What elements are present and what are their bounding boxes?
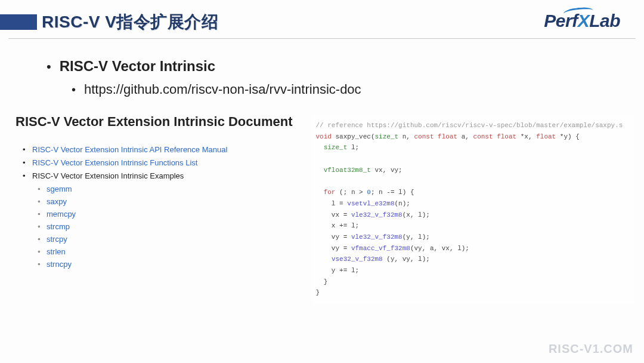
document-list: RISC-V Vector Extension Intrinsic API Re… (16, 145, 300, 269)
document-outline: RISC-V Vector Extension Intrinsic Docume… (16, 114, 300, 304)
code-text: vx, vy; (371, 167, 402, 174)
code-fn: vse32_v_f32m8 (332, 256, 383, 263)
example-link[interactable]: strncpy (47, 260, 72, 269)
doc-text: RISC-V Vector Extension Intrinsic Exampl… (32, 171, 184, 180)
watermark: RISC-V1.COM (549, 342, 633, 356)
code-kw: for (324, 189, 336, 196)
code-kw: float (536, 133, 556, 140)
bullet-dot-icon: • (47, 59, 51, 75)
title-zone: RISC-V V指令扩展介绍 (0, 11, 218, 33)
code-num: 0 (367, 189, 371, 196)
code-text: (; n > (335, 189, 367, 196)
columns-container: RISC-V Vector Extension Intrinsic Docume… (0, 114, 644, 304)
example-link[interactable]: sgemm (47, 184, 72, 193)
code-text: a, (457, 133, 473, 140)
list-item: strcmp (47, 222, 300, 231)
code-text: vy = (315, 245, 351, 252)
example-link[interactable]: strcpy (47, 235, 67, 244)
code-text: n, (398, 133, 414, 140)
code-text: *y) { (556, 133, 580, 140)
list-item: strncpy (47, 260, 300, 269)
bullet-level-2: • https://github.com/riscv-non-isa/rvv-i… (72, 82, 608, 97)
code-text: (vy, a, vx, l); (410, 245, 469, 252)
bullet-main-text: RISC-V Vector Intrinsic (60, 58, 215, 75)
code-fn: vsetvl_e32m8 (347, 200, 394, 207)
code-text: (y, vy, l); (383, 256, 430, 263)
code-comment: // reference https://github.com/riscv/ri… (315, 122, 623, 129)
code-fn: vfmacc_vf_f32m8 (351, 245, 410, 252)
bullet-dot-icon: • (72, 83, 76, 97)
slide-header: RISC-V V指令扩展介绍 PerfXLab (0, 0, 644, 38)
code-kw: const float (414, 133, 458, 140)
code-text: saxpy_vec( (332, 133, 375, 140)
example-link[interactable]: strcmp (47, 222, 70, 231)
logo-part-b: Lab (589, 11, 620, 30)
list-item: saxpy (47, 197, 300, 206)
code-text: (n); (395, 200, 410, 207)
code-text: vy = (315, 233, 351, 241)
code-text: (x, l); (402, 211, 430, 219)
title-accent-bar (0, 14, 37, 30)
doc-link[interactable]: RISC-V Vector Extension Intrinsic Functi… (32, 158, 197, 167)
code-text: } (315, 289, 320, 296)
code-text: l = (315, 200, 347, 207)
list-item: RISC-V Vector Extension Intrinsic Exampl… (32, 171, 300, 269)
code-type: size_t (375, 133, 399, 140)
list-item: sgemm (47, 184, 300, 193)
doc-link[interactable]: RISC-V Vector Extension Intrinsic API Re… (32, 145, 227, 154)
example-link[interactable]: saxpy (47, 197, 67, 206)
code-block: // reference https://github.com/riscv/ri… (315, 120, 631, 299)
list-item: memcpy (47, 210, 300, 219)
code-snippet: // reference https://github.com/riscv/ri… (312, 114, 634, 304)
examples-list: sgemm saxpy memcpy strcmp strcpy strlen … (32, 184, 300, 269)
code-kw: const float (473, 133, 517, 140)
document-title: RISC-V Vector Extension Intrinsic Docume… (16, 114, 300, 130)
example-link[interactable]: memcpy (47, 210, 76, 219)
code-fn: vle32_v_f32m8 (351, 233, 402, 241)
perfxlab-logo: PerfXLab (544, 11, 626, 31)
code-text: } (315, 278, 327, 285)
code-text: (y, l); (402, 233, 430, 241)
code-text: *x, (516, 133, 536, 140)
bullet-level-1: • RISC-V Vector Intrinsic (47, 58, 608, 75)
code-fn: vle32_v_f32m8 (351, 211, 402, 219)
example-link[interactable]: strlen (47, 247, 66, 256)
slide-title: RISC-V V指令扩展介绍 (42, 11, 218, 33)
list-item: strcpy (47, 235, 300, 244)
code-text (315, 256, 331, 263)
list-item: RISC-V Vector Extension Intrinsic Functi… (32, 158, 300, 167)
code-type: vfloat32m8_t (324, 167, 371, 174)
bullet-sub-text: https://github.com/riscv-non-isa/rvv-int… (84, 82, 361, 97)
content-area: • RISC-V Vector Intrinsic • https://gith… (0, 39, 644, 97)
list-item: strlen (47, 247, 300, 256)
code-text: y += l; (315, 267, 359, 274)
code-type: size_t (324, 144, 348, 151)
code-text: x += l; (315, 222, 359, 229)
code-kw: void (315, 133, 331, 140)
code-text: ; n -= l) { (371, 189, 414, 196)
code-text: vx = (315, 211, 351, 219)
code-text: l; (347, 144, 359, 151)
list-item: RISC-V Vector Extension Intrinsic API Re… (32, 145, 300, 154)
